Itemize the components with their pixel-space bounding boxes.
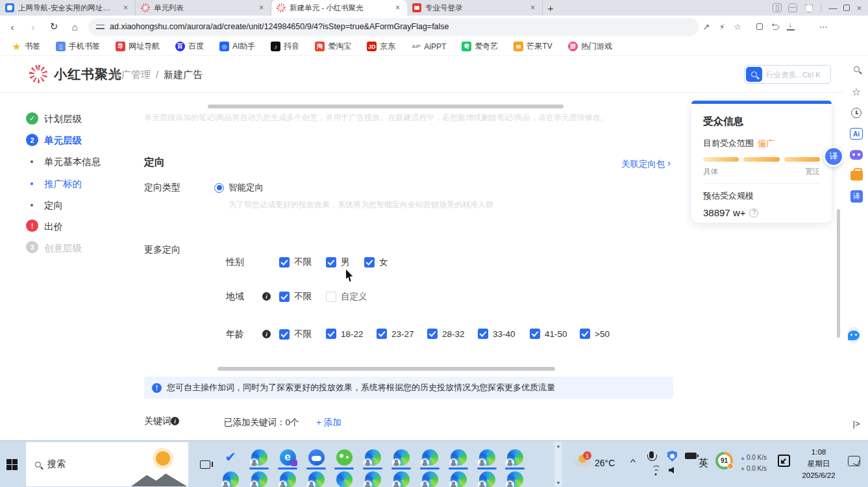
clock[interactable]: 1:08 星期日 2025/6/22 [796, 446, 841, 481]
region-option-custom[interactable]: 自定义 [326, 291, 367, 303]
sidebar-item-promo-target[interactable]: 推广标的 [44, 178, 82, 190]
checkbox[interactable] [427, 329, 438, 339]
rail-favorites-icon[interactable]: ☆ [850, 85, 863, 98]
tab-nav-site[interactable]: 上网导航-安全实用的网址导航 × [0, 0, 136, 16]
breadcrumb-section[interactable]: 推广管理 [112, 69, 151, 81]
taskbar-app-edge[interactable] [477, 469, 497, 487]
info-icon[interactable]: i [262, 292, 271, 301]
taskbar-app-edge[interactable] [391, 447, 412, 467]
rail-toolbox-icon[interactable] [850, 169, 863, 182]
age-option-18-22[interactable]: 18-22 [326, 329, 364, 339]
rail-games-icon[interactable] [850, 148, 863, 161]
taskbar-app-cloud[interactable] [306, 447, 327, 467]
bookmark-item[interactable]: ▯手机书签 [56, 41, 100, 52]
bookmark-item[interactable]: ★书签 [12, 41, 40, 52]
taskbar-app-wechat[interactable] [334, 447, 354, 467]
task-view-icon[interactable] [200, 460, 210, 469]
sidebar-step-plan[interactable]: 计划层级 [44, 113, 82, 125]
search-button[interactable] [746, 67, 762, 82]
rail-ai-icon[interactable]: Ai [850, 127, 863, 140]
age-option-unlimited[interactable]: 不限 [279, 329, 312, 340]
bookmark-item[interactable]: AiPAiPPT [411, 42, 446, 51]
header-search[interactable]: Ctrl K [744, 65, 831, 84]
taskbar-app-edge[interactable] [220, 469, 241, 487]
site-logo[interactable]: 小红书聚光 [29, 65, 122, 83]
tab-close-icon[interactable]: × [393, 3, 402, 12]
info-icon[interactable]: i [262, 330, 271, 338]
tab-new-unit-active[interactable]: 新建单元 - 小红书聚光 × [271, 0, 407, 16]
rail-search-icon[interactable] [850, 62, 863, 75]
checkbox[interactable] [364, 257, 375, 268]
tab-pro-login[interactable]: 专业号登录 × [407, 0, 543, 16]
radio-selected-icon[interactable] [214, 183, 224, 193]
rail-history-icon[interactable] [850, 106, 863, 119]
checkbox[interactable] [478, 329, 488, 339]
start-button[interactable] [6, 459, 18, 470]
notification-center-icon[interactable] [848, 456, 860, 466]
age-option-41-50[interactable]: 41-50 [530, 329, 567, 339]
sidebar-step-creative[interactable]: 创意层级 [44, 242, 82, 255]
checkbox[interactable] [279, 292, 290, 302]
battery-percent-ring[interactable]: 91 [715, 452, 733, 469]
bookmark-item[interactable]: M芒果TV [514, 41, 552, 52]
taskbar-app-edge[interactable] [362, 447, 383, 467]
checkbox[interactable] [377, 329, 387, 339]
region-option-unlimited[interactable]: 不限 [279, 291, 312, 303]
checkbox[interactable] [530, 329, 540, 339]
checkbox[interactable] [326, 292, 336, 302]
taskbar-app-edge-plain[interactable] [334, 469, 354, 487]
age-option-33-40[interactable]: 33-40 [478, 329, 515, 339]
sidebar-step-unit[interactable]: 单元层级 [44, 134, 82, 147]
taskbar-app-edge[interactable] [249, 469, 269, 487]
rail-expand-icon[interactable]: |> [850, 417, 863, 430]
refresh-button[interactable]: ↻ [45, 18, 62, 35]
sidebar-item-bid[interactable]: 出价 [44, 221, 63, 233]
checkbox[interactable] [326, 257, 336, 268]
extension-icon[interactable] [752, 19, 767, 34]
tab-close-icon[interactable]: × [257, 3, 266, 12]
theme-skin-icon[interactable] [804, 3, 813, 12]
taskbar-app-edge-legacy[interactable]: e [277, 447, 298, 467]
checkbox[interactable] [279, 257, 290, 268]
taskbar-app-edge[interactable] [277, 469, 298, 487]
question-icon[interactable]: ? [749, 208, 758, 218]
gender-option-male[interactable]: 男 [326, 256, 350, 268]
chevron-right-icon[interactable]: › [667, 157, 671, 168]
tab-close-icon[interactable]: × [528, 3, 537, 12]
info-icon[interactable]: i [171, 417, 179, 425]
microphone-icon[interactable] [649, 451, 654, 458]
back-button[interactable]: ‹ [4, 18, 21, 35]
taskbar-app-edge[interactable] [477, 447, 497, 467]
checkbox[interactable] [279, 329, 290, 340]
taskbar-app-edge[interactable] [249, 447, 269, 467]
gender-option-unlimited[interactable]: 不限 [279, 256, 312, 268]
hidden-icons-chevron[interactable]: ^ [630, 457, 636, 467]
forward-button[interactable]: › [25, 18, 42, 35]
minimize-button[interactable]: — [828, 3, 837, 13]
add-keyword-button[interactable]: + 添加 [316, 417, 341, 429]
ime-indicator[interactable]: 英 [699, 457, 708, 469]
menu-more-icon[interactable]: ⋯ [815, 19, 831, 34]
game-mode-icon[interactable] [788, 3, 797, 12]
tab-unit-list[interactable]: 单元列表 × [136, 0, 271, 16]
horizontal-scrollbar[interactable] [217, 367, 555, 371]
gender-option-female[interactable]: 女 [364, 256, 388, 268]
checkbox[interactable] [326, 329, 336, 339]
bookmark-item[interactable]: JD京东 [367, 41, 395, 52]
bookmark-star-icon[interactable]: ☆ [730, 19, 745, 34]
age-option-28-32[interactable]: 28-32 [427, 329, 465, 339]
bookmark-item[interactable]: ◎AI助手 [219, 41, 255, 52]
bookmark-item[interactable]: 游热门游戏 [568, 41, 612, 52]
sidebar-item-unit-basic[interactable]: 单元基本信息 [44, 156, 101, 168]
share-icon[interactable]: ↗ [699, 19, 714, 34]
vertical-scrollbar[interactable] [837, 209, 840, 338]
url-text[interactable]: ad.xiaohongshu.com/aurora/ad/create/unit… [110, 22, 449, 31]
age-option-23-27[interactable]: 23-27 [377, 329, 414, 339]
taskbar-app-edge[interactable] [306, 469, 327, 487]
battery-icon[interactable] [685, 453, 697, 459]
smart-targeting-radio[interactable]: 智能定向 [214, 182, 264, 194]
maximize-button[interactable] [843, 5, 850, 11]
speaker-icon[interactable] [669, 467, 674, 473]
bookmark-item[interactable]: 淘爱淘宝 [315, 41, 351, 52]
taskbar-app-edge[interactable] [362, 469, 383, 487]
